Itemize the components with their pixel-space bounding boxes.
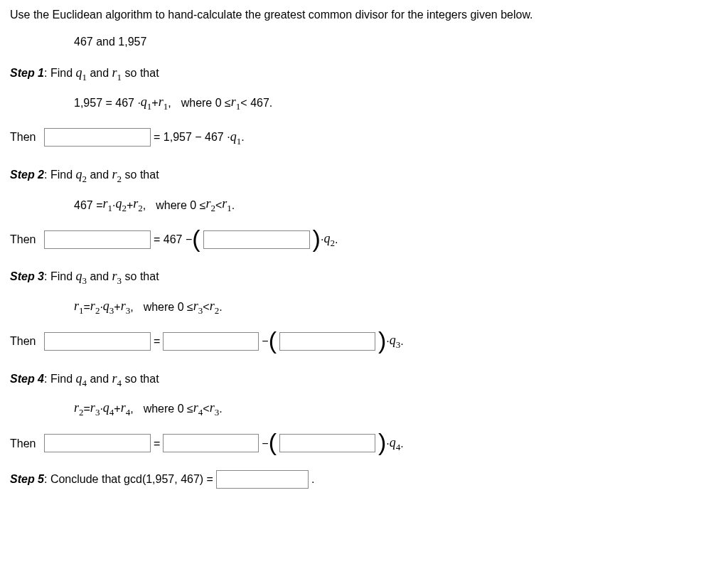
step5-label: Step 5 xyxy=(10,470,44,489)
step4-label: Step 4 xyxy=(10,373,44,385)
step5-input-gcd[interactable] xyxy=(216,470,309,489)
step1-label: Step 1 xyxy=(10,67,44,79)
step2-prompt: Step 2: Find q2 and r2 so that xyxy=(10,164,718,186)
step3-then: Then = − ( ) · q3. xyxy=(10,330,718,352)
step4-input-r2[interactable] xyxy=(163,434,259,452)
step3-prompt: Step 3: Find q3 and r3 so that xyxy=(10,266,718,288)
step3-label: Step 3 xyxy=(10,270,44,282)
step2-input-r1[interactable] xyxy=(203,230,310,249)
step4-equation: r2 = r3 · q4 + r4,where 0 ≤ r4 < r3. xyxy=(74,400,718,418)
step3-equation: r1 = r2 · q3 + r3,where 0 ≤ r3 < r2. xyxy=(74,299,718,317)
step1-equation: 1,957 = 467 · q1 + r1,where 0 ≤ r1 < 467… xyxy=(74,95,718,112)
step4-then: Then = − ( ) · q4. xyxy=(10,432,718,455)
step1-prompt: Step 1: Find q1 and r1 so that xyxy=(10,63,718,85)
step2-equation: 467 = r1 · q2 + r2,where 0 ≤ r2 < r1. xyxy=(74,196,718,214)
step4-prompt: Step 4: Find q4 and r4 so that xyxy=(10,368,718,390)
step5-line: Step 5: Conclude that gcd(1,957, 467) = … xyxy=(10,470,718,489)
step3-input-r3[interactable] xyxy=(44,332,151,351)
step3-input-r1[interactable] xyxy=(163,332,259,351)
given-numbers: 467 and 1,957 xyxy=(74,36,718,48)
step4-input-r4[interactable] xyxy=(44,434,151,452)
step4-input-r3[interactable] xyxy=(279,434,375,452)
question-text: Use the Euclidean algorithm to hand-calc… xyxy=(10,6,718,24)
step1-then: Then = 1,957 − 467 · q1. xyxy=(10,127,718,149)
step2-label: Step 2 xyxy=(10,169,44,181)
step2-then: Then = 467 − ( ) · q2. xyxy=(10,228,718,250)
step1-input-r1[interactable] xyxy=(44,128,151,147)
step3-input-r2[interactable] xyxy=(279,332,375,351)
step2-input-r2[interactable] xyxy=(44,230,151,249)
